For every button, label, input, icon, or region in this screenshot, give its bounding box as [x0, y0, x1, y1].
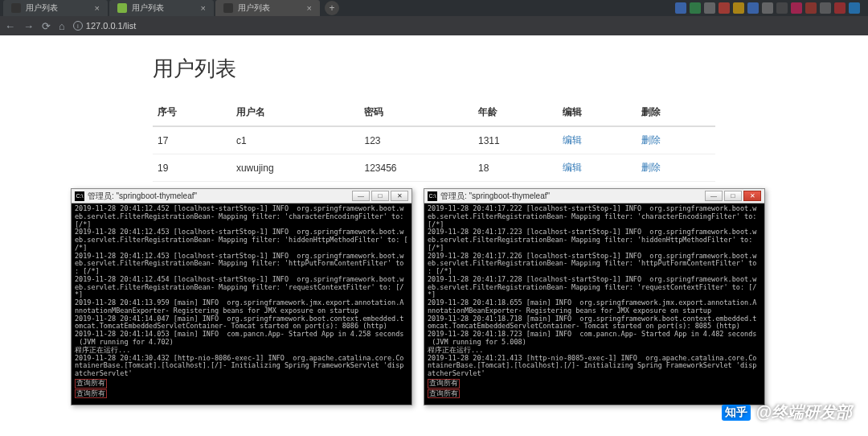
terminal-titlebar[interactable]: C:\ 管理员: "springboot-thymeleaf" — □ ✕ — [424, 189, 764, 204]
tab-close-icon[interactable]: × — [201, 3, 206, 13]
tab-title: 用户列表 — [238, 2, 270, 14]
ext-icon[interactable] — [690, 2, 701, 14]
user-table: 序号 用户名 密码 年龄 编辑 删除 17 c1 123 1311 编辑 删除 — [153, 99, 715, 182]
edit-link[interactable]: 编辑 — [563, 134, 582, 146]
cell-username: c1 — [231, 126, 360, 154]
minimize-button[interactable]: — — [705, 191, 723, 201]
cell-id: 19 — [153, 154, 231, 182]
terminal-output[interactable]: 2019-11-28 20:41:17.222 [localhost-start… — [424, 204, 764, 405]
cell-password: 123456 — [359, 154, 473, 182]
ext-icon[interactable] — [762, 2, 773, 14]
delete-link[interactable]: 删除 — [641, 162, 661, 173]
terminal-title-text: 管理员: "springboot-thymeleaf" — [88, 191, 197, 202]
extension-icons — [675, 2, 865, 14]
address-bar: ← → ⟳ ⌂ i 127.0.0.1/list — [0, 16, 868, 35]
reload-icon[interactable]: ⟳ — [42, 20, 51, 32]
th-id: 序号 — [153, 99, 231, 126]
ext-icon[interactable] — [791, 2, 802, 14]
query-line: 查询所有 — [75, 379, 107, 389]
th-age: 年龄 — [473, 99, 558, 126]
cell-age: 18 — [473, 154, 558, 182]
th-edit: 编辑 — [558, 99, 637, 126]
ext-icon[interactable] — [820, 2, 831, 14]
close-button[interactable]: ✕ — [391, 191, 408, 201]
favicon-icon — [11, 3, 21, 13]
cmd-icon: C:\ — [75, 191, 84, 201]
table-row: 17 c1 123 1311 编辑 删除 — [153, 126, 715, 154]
th-password: 密码 — [359, 99, 473, 126]
delete-link[interactable]: 删除 — [641, 134, 661, 146]
cell-id: 17 — [153, 126, 231, 154]
log-lines: 2019-11-28 20:41:12.452 [localhost-start… — [75, 204, 408, 377]
tab-close-icon[interactable]: × — [95, 3, 100, 13]
tab-title: 用户列表 — [132, 2, 164, 14]
terminal-title-text: 管理员: "springboot-thymeleaf" — [440, 191, 550, 202]
th-delete: 删除 — [637, 99, 715, 126]
maximize-button[interactable]: □ — [724, 191, 742, 201]
tab-title: 用户列表 — [26, 2, 58, 14]
favicon-icon — [223, 3, 233, 13]
ext-icon[interactable] — [704, 2, 715, 14]
terminal-window-left: C:\ 管理员: "springboot-thymeleaf" — □ ✕ 20… — [71, 188, 412, 405]
query-line: 查询所有 — [75, 389, 107, 399]
terminal-window-right: C:\ 管理员: "springboot-thymeleaf" — □ ✕ 20… — [424, 188, 765, 405]
ext-icon[interactable] — [834, 2, 845, 14]
url-display[interactable]: i 127.0.0.1/list — [73, 21, 136, 31]
table-row: 19 xuwujing 123456 18 编辑 删除 — [153, 154, 715, 182]
ext-icon[interactable] — [719, 2, 730, 14]
watermark: 知乎 @终端研发部 — [722, 401, 852, 423]
ext-icon[interactable] — [849, 2, 860, 14]
table-header-row: 序号 用户名 密码 年龄 编辑 删除 — [153, 99, 715, 126]
back-icon[interactable]: ← — [5, 20, 15, 32]
ext-icon[interactable] — [805, 2, 817, 14]
query-line: 查询所有 — [428, 379, 460, 389]
browser-tab-2[interactable]: 用户列表 × — [215, 0, 320, 16]
th-username: 用户名 — [231, 99, 360, 126]
cell-age: 1311 — [473, 126, 558, 154]
terminal-output[interactable]: 2019-11-28 20:41:12.452 [localhost-start… — [72, 204, 411, 405]
ext-icon[interactable] — [675, 2, 686, 14]
tab-close-icon[interactable]: × — [307, 3, 312, 13]
terminal-windows: C:\ 管理员: "springboot-thymeleaf" — □ ✕ 20… — [71, 188, 765, 405]
browser-tab-1[interactable]: 用户列表 × — [109, 0, 214, 16]
forward-icon[interactable]: → — [23, 20, 34, 32]
ext-icon[interactable] — [733, 2, 744, 14]
edit-link[interactable]: 编辑 — [563, 162, 582, 173]
minimize-button[interactable]: — — [352, 191, 370, 201]
close-button[interactable]: ✕ — [743, 191, 761, 201]
new-tab-button[interactable]: + — [325, 1, 339, 15]
url-text: 127.0.0.1/list — [86, 21, 136, 31]
ext-icon[interactable] — [776, 2, 788, 14]
ext-icon[interactable] — [747, 2, 759, 14]
cell-username: xuwujing — [231, 154, 360, 182]
favicon-icon — [117, 3, 127, 13]
cell-password: 123 — [359, 126, 473, 154]
cmd-icon: C:\ — [428, 191, 437, 201]
watermark-author: @终端研发部 — [755, 401, 852, 423]
log-lines: 2019-11-28 20:41:17.222 [localhost-start… — [428, 204, 756, 377]
browser-tab-bar: 用户列表 × 用户列表 × 用户列表 × + — [0, 0, 868, 16]
home-icon[interactable]: ⌂ — [59, 20, 65, 32]
browser-tab-0[interactable]: 用户列表 × — [3, 0, 108, 16]
site-info-icon[interactable]: i — [73, 21, 83, 31]
terminal-titlebar[interactable]: C:\ 管理员: "springboot-thymeleaf" — □ ✕ — [72, 189, 411, 204]
query-line: 查询所有 — [428, 389, 460, 399]
page-title: 用户列表 — [153, 55, 715, 83]
zhihu-logo-icon: 知乎 — [722, 405, 751, 421]
maximize-button[interactable]: □ — [371, 191, 389, 201]
